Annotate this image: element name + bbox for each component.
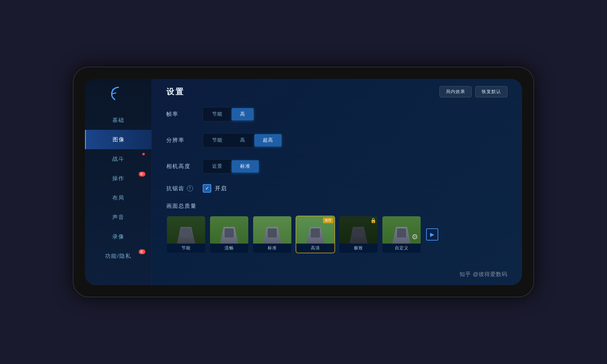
- camera-option-group: 近景 标准: [203, 159, 260, 174]
- sidebar-item-basic[interactable]: 基础: [85, 110, 151, 130]
- header-buttons: 局内效果 恢复默认: [439, 86, 507, 97]
- sidebar-item-sound[interactable]: 声音: [85, 207, 151, 227]
- fps-option-save[interactable]: 节能: [204, 108, 231, 120]
- sidebar-item-image[interactable]: 图像: [85, 130, 151, 149]
- camera-option-standard[interactable]: 标准: [232, 160, 259, 173]
- sidebar-item-label: 功能/隐私: [105, 252, 131, 260]
- camera-option-close[interactable]: 近景: [204, 160, 231, 173]
- check-mark: ✓: [205, 186, 209, 191]
- antialias-label-group: 抗锯齿 ?: [166, 185, 203, 192]
- quality-card-hd[interactable]: 推荐 高清: [296, 216, 335, 253]
- reset-button[interactable]: 恢复默认: [475, 86, 507, 97]
- sidebar-item-label: 操作: [112, 175, 124, 182]
- quality-card-node[interactable]: 节能: [166, 216, 206, 253]
- fps-label: 帧率: [166, 110, 203, 118]
- function-badge-new: 新: [139, 249, 145, 254]
- gear-icon: ⚙: [412, 233, 418, 241]
- quality-label-node: 节能: [167, 244, 205, 253]
- control-badge-new: 新: [139, 172, 145, 177]
- quality-title: 画面总质量: [166, 202, 507, 210]
- camera-row: 相机高度 近景 标准: [166, 158, 507, 174]
- antialias-help-icon[interactable]: ?: [187, 185, 193, 191]
- quality-card-custom[interactable]: ⚙ 自定义: [382, 216, 421, 253]
- quality-label-hd: 高清: [296, 244, 334, 253]
- quality-cards: 节能 流畅: [166, 216, 421, 253]
- recommended-badge: 推荐: [323, 217, 333, 223]
- next-arrow-button[interactable]: ▶: [426, 228, 438, 241]
- quality-label-smooth: 流畅: [210, 244, 248, 253]
- lock-icon: 🔒: [370, 217, 376, 223]
- resolution-option-group: 节能 高 超高: [203, 133, 283, 147]
- quality-card-ultra[interactable]: 🔒 极致: [339, 216, 378, 253]
- resolution-row: 分辨率 节能 高 超高: [166, 132, 507, 148]
- sidebar-item-layout[interactable]: 布局: [85, 188, 151, 207]
- antialias-label-text: 抗锯齿: [166, 185, 185, 192]
- quality-label-standard: 标准: [253, 244, 291, 253]
- phone-frame: 基础 图像 战斗 操作 新 布局 声音 录像 功能/隐私: [73, 67, 534, 297]
- main-content: 设置 局内效果 恢复默认 帧率 节能 高 分辨率 节能 高: [152, 79, 522, 285]
- antialias-check-label: 开启: [215, 185, 227, 192]
- watermark: 知乎 @彼得爱数码: [459, 271, 507, 278]
- antialias-row: 抗锯齿 ? ✓ 开启: [166, 184, 507, 193]
- effect-button[interactable]: 局内效果: [439, 86, 472, 97]
- sidebar-item-label: 图像: [113, 136, 125, 143]
- fps-option-group: 节能 高: [203, 107, 255, 121]
- camera-label: 相机高度: [166, 163, 203, 170]
- sidebar-item-control[interactable]: 操作 新: [85, 169, 151, 188]
- quality-section: 画面总质量 节能: [166, 202, 507, 253]
- sidebar-item-battle[interactable]: 战斗: [85, 149, 151, 169]
- resolution-option-high[interactable]: 高: [232, 134, 254, 147]
- resolution-label: 分辨率: [166, 136, 203, 144]
- sidebar-item-label: 声音: [112, 214, 124, 221]
- quality-card-smooth[interactable]: 流畅: [209, 216, 249, 253]
- quality-label-ultra: 极致: [339, 244, 378, 253]
- sidebar-item-record[interactable]: 录像: [85, 227, 151, 246]
- quality-label-custom: 自定义: [382, 244, 421, 253]
- antialias-checkbox-area: ✓ 开启: [203, 184, 227, 193]
- sidebar-item-function[interactable]: 功能/隐私 新: [85, 246, 151, 266]
- resolution-option-ultra[interactable]: 超高: [254, 134, 282, 147]
- fps-row: 帧率 节能 高: [166, 106, 507, 122]
- sidebar-item-label: 基础: [112, 116, 124, 124]
- logo: [109, 85, 127, 103]
- sidebar-item-label: 布局: [112, 194, 124, 201]
- sidebar: 基础 图像 战斗 操作 新 布局 声音 录像 功能/隐私: [85, 79, 152, 285]
- quality-card-standard[interactable]: 标准: [253, 216, 292, 253]
- scroll-arrow[interactable]: ▶: [426, 228, 438, 241]
- sidebar-item-label: 战斗: [112, 155, 124, 163]
- antialias-checkbox[interactable]: ✓: [203, 184, 211, 193]
- battle-badge-dot: [142, 153, 145, 155]
- fps-option-high[interactable]: 高: [232, 108, 254, 120]
- header-row: 设置 局内效果 恢复默认: [166, 86, 507, 97]
- phone-screen: 基础 图像 战斗 操作 新 布局 声音 录像 功能/隐私: [85, 79, 522, 285]
- sidebar-item-label: 录像: [112, 233, 124, 240]
- page-title: 设置: [166, 86, 185, 97]
- resolution-option-save[interactable]: 节能: [204, 134, 231, 147]
